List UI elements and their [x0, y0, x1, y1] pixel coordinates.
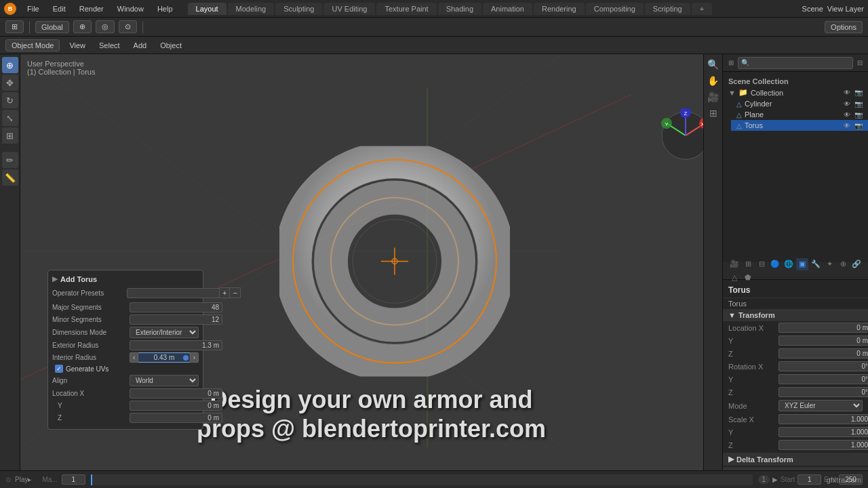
preset-remove-btn[interactable]: − [230, 287, 240, 298]
tab-add[interactable]: + [692, 3, 712, 15]
props-view-layer-tab[interactable]: ⊟ [755, 258, 768, 270]
generate-uvs-checkbox[interactable]: ✓ [55, 365, 63, 373]
location-x-prop-input[interactable] [778, 323, 868, 333]
exterior-radius-input[interactable] [130, 340, 222, 350]
help-menu[interactable]: Help [152, 3, 178, 14]
preset-add-btn[interactable]: + [220, 287, 230, 298]
end-frame-input[interactable] [839, 474, 863, 485]
view-menu-item[interactable]: View [65, 40, 90, 51]
viewport[interactable]: User Perspective (1) Collection | Torus … [20, 54, 722, 470]
location-y-row: Y [52, 401, 199, 411]
location-y-input[interactable] [130, 401, 222, 411]
object-menu-item[interactable]: Object [156, 40, 186, 51]
rotation-z-prop-row: Z 🔓 [723, 386, 868, 399]
scale-x-input[interactable] [778, 414, 868, 424]
play-btn[interactable]: ▶ [772, 476, 778, 483]
outliner-filter-btn[interactable]: ⊟ [857, 59, 863, 66]
tab-modeling[interactable]: Modeling [228, 3, 275, 15]
camera-view-btn[interactable]: 🎥 [706, 89, 721, 104]
tab-uv-editing[interactable]: UV Editing [323, 3, 375, 15]
interior-radius-value[interactable]: 0.43 m [138, 352, 189, 363]
props-constraints-tab[interactable]: 🔗 [850, 258, 863, 270]
transform-tool[interactable]: ⊞ [2, 127, 18, 144]
tab-animation[interactable]: Animation [483, 3, 532, 15]
operator-presets-input[interactable] [127, 288, 220, 298]
render-menu[interactable]: Render [74, 3, 109, 14]
annotate-tool[interactable]: ✏ [2, 152, 18, 168]
tab-texture-paint[interactable]: Texture Paint [376, 3, 436, 15]
hand-tool-btn[interactable]: ✋ [706, 73, 721, 88]
plane-visibility-icon[interactable]: 👁 [844, 111, 850, 119]
cylinder-render-icon[interactable]: 📷 [854, 100, 863, 108]
location-x-input[interactable] [130, 388, 222, 399]
rotation-z-input[interactable] [778, 387, 868, 397]
edit-menu[interactable]: Edit [47, 3, 71, 14]
scale-tool[interactable]: ⤡ [2, 110, 18, 126]
rotate-tool[interactable]: ↻ [2, 92, 18, 108]
major-segments-input[interactable] [130, 302, 222, 312]
interior-radius-inc-btn[interactable]: › [190, 352, 199, 363]
current-frame-input[interactable] [62, 474, 85, 485]
select-menu-item[interactable]: Select [95, 40, 124, 51]
outliner-search-input[interactable] [738, 57, 853, 69]
props-scene-tab[interactable]: 🔵 [769, 258, 781, 270]
scale-y-input[interactable] [778, 427, 868, 437]
outliner-collection-row[interactable]: ▼ 📁 Collection 👁 📷 [723, 87, 868, 98]
render-view-btn[interactable]: ⊞ [706, 106, 721, 121]
outliner-torus-row[interactable]: △ Torus 👁 📷 [731, 120, 868, 131]
mode-select[interactable]: XYZ Euler [778, 400, 863, 411]
collection-render-icon[interactable]: 📷 [854, 89, 863, 96]
file-menu[interactable]: File [22, 3, 45, 14]
rotation-x-input[interactable] [778, 361, 868, 371]
props-output-tab[interactable]: ⊞ [742, 258, 754, 270]
transform-section-header[interactable]: ▼ Transform [723, 309, 868, 321]
pivot-btn[interactable]: ◎ [96, 20, 115, 33]
start-frame-input[interactable] [797, 474, 821, 485]
relations-label: Relations [736, 470, 770, 471]
torus-visibility-icon[interactable]: 👁 [844, 122, 850, 129]
options-btn[interactable]: Options [825, 21, 863, 33]
outliner-cylinder-row[interactable]: △ Cylinder 👁 📷 [731, 98, 868, 109]
delta-transform-section-header[interactable]: ▶ Delta Transform [723, 453, 868, 466]
rotation-y-prop-row: Y 🔓 [723, 373, 868, 386]
measure-tool[interactable]: 📏 [2, 169, 18, 186]
props-particle-tab[interactable]: ✦ [823, 258, 835, 270]
tab-shading[interactable]: Shading [438, 3, 481, 15]
window-menu[interactable]: Window [112, 3, 149, 14]
cylinder-visibility-icon[interactable]: 👁 [844, 100, 850, 108]
transform-btn[interactable]: ⊕ [73, 20, 92, 33]
outliner-plane-row[interactable]: △ Plane 👁 📷 [731, 109, 868, 120]
tab-compositing[interactable]: Compositing [586, 3, 644, 15]
move-tool[interactable]: ✥ [2, 75, 18, 91]
interior-radius-dec-btn[interactable]: ‹ [130, 352, 138, 363]
scale-z-input[interactable] [778, 440, 868, 450]
relations-section-header[interactable]: ▶ Relations [723, 467, 868, 470]
tab-layout[interactable]: Layout [188, 3, 226, 15]
tab-rendering[interactable]: Rendering [534, 3, 585, 15]
add-menu-item[interactable]: Add [130, 40, 151, 51]
cursor-tool[interactable]: ⊕ [2, 57, 18, 73]
location-z-prop-input[interactable] [778, 348, 868, 359]
rotation-y-input[interactable] [778, 374, 868, 384]
global-select-btn[interactable]: Global [35, 21, 69, 33]
collection-visibility-icon[interactable]: 👁 [844, 89, 850, 96]
props-modifier-tab[interactable]: 🔧 [810, 258, 822, 270]
minor-segments-input[interactable] [130, 314, 222, 325]
location-z-input[interactable] [130, 413, 222, 423]
timeline-area[interactable] [91, 474, 753, 485]
dimensions-mode-select[interactable]: Exterior/Interior Major/Minor [130, 327, 199, 338]
snap-btn[interactable]: ⊙ [119, 20, 137, 33]
props-world-tab[interactable]: 🌐 [783, 258, 795, 270]
props-object-tab[interactable]: ▣ [796, 258, 808, 270]
torus-render-icon[interactable]: 📷 [854, 122, 863, 129]
object-mode-selector[interactable]: Object Mode [5, 39, 60, 52]
align-select[interactable]: World View [130, 375, 199, 386]
mode-icon-btn[interactable]: ⊞ [5, 20, 24, 33]
props-render-tab[interactable]: 🎥 [728, 258, 741, 270]
tab-scripting[interactable]: Scripting [645, 3, 690, 15]
location-y-prop-input[interactable] [778, 336, 868, 346]
plane-render-icon[interactable]: 📷 [854, 111, 863, 119]
props-physics-tab[interactable]: ⊕ [837, 258, 849, 270]
camera-tool-btn[interactable]: 🔍 [706, 57, 721, 72]
tab-sculpting[interactable]: Sculpting [275, 3, 322, 15]
